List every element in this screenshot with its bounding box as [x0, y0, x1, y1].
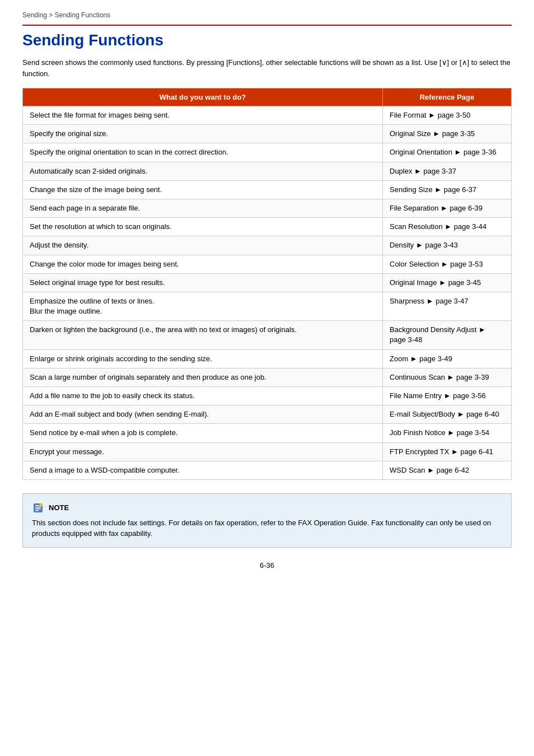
table-row: Send each page in a separate file.File S… — [23, 199, 512, 217]
svg-rect-4 — [35, 510, 39, 511]
reference-cell: FTP Encrypted TX ► page 6-41 — [383, 442, 512, 461]
table-row: Scan a large number of originals separat… — [23, 368, 512, 386]
table-row: Encrypt your message.FTP Encrypted TX ► … — [23, 442, 512, 461]
task-cell: Send notice by e-mail when a job is comp… — [23, 424, 383, 442]
reference-cell: Original Orientation ► page 3-36 — [383, 143, 512, 162]
reference-cell: Sending Size ► page 6-37 — [383, 180, 512, 199]
svg-rect-1 — [35, 505, 39, 506]
task-cell: Emphasize the outline of texts or lines.… — [23, 292, 383, 320]
page-title: Sending Functions — [22, 31, 512, 49]
reference-cell: File Format ► page 3-50 — [383, 106, 512, 125]
page-number: 6-36 — [22, 561, 512, 570]
task-cell: Automatically scan 2-sided originals. — [23, 162, 383, 180]
task-cell: Set the resolution at which to scan orig… — [23, 218, 383, 236]
table-row: Emphasize the outline of texts or lines.… — [23, 292, 512, 320]
note-icon: i — [32, 502, 44, 514]
note-box: i NOTE This section does not include fax… — [22, 493, 512, 548]
task-cell: Adjust the density. — [23, 236, 383, 255]
table-row: Select original image type for best resu… — [23, 273, 512, 292]
table-row: Change the size of the image being sent.… — [23, 180, 512, 199]
table-row: Select the file format for images being … — [23, 106, 512, 125]
intro-paragraph: Send screen shows the commonly used func… — [22, 57, 512, 79]
reference-cell: Sharpness ► page 3-47 — [383, 292, 512, 320]
task-cell: Send a image to a WSD-compatible compute… — [23, 461, 383, 479]
note-label: NOTE — [49, 503, 69, 512]
task-cell: Add an E-mail subject and body (when sen… — [23, 405, 383, 424]
reference-cell: Job Finish Notice ► page 3-54 — [383, 424, 512, 442]
table-row: Send notice by e-mail when a job is comp… — [23, 424, 512, 442]
reference-cell: Zoom ► page 3-49 — [383, 349, 512, 368]
functions-table: What do you want to do? Reference Page S… — [22, 88, 512, 480]
reference-cell: WSD Scan ► page 6-42 — [383, 461, 512, 479]
task-cell: Darken or lighten the background (i.e., … — [23, 321, 383, 349]
task-cell: Select original image type for best resu… — [23, 273, 383, 292]
note-body: This section does not include fax settin… — [32, 517, 502, 539]
table-row: Send a image to a WSD-compatible compute… — [23, 461, 512, 479]
note-header: i NOTE — [32, 502, 502, 514]
table-row: Change the color mode for images being s… — [23, 255, 512, 273]
reference-cell: File Separation ► page 6-39 — [383, 199, 512, 217]
table-row: Add a file name to the job to easily che… — [23, 387, 512, 405]
svg-rect-2 — [35, 507, 41, 508]
table-row: Specify the original orientation to scan… — [23, 143, 512, 162]
table-row: Darken or lighten the background (i.e., … — [23, 321, 512, 349]
reference-cell: Continuous Scan ► page 3-39 — [383, 368, 512, 386]
reference-cell: Duplex ► page 3-37 — [383, 162, 512, 180]
reference-cell: Original Image ► page 3-45 — [383, 273, 512, 292]
reference-cell: File Name Entry ► page 3-56 — [383, 387, 512, 405]
reference-cell: Scan Resolution ► page 3-44 — [383, 218, 512, 236]
col1-header: What do you want to do? — [23, 88, 383, 106]
task-cell: Specify the original size. — [23, 125, 383, 143]
task-cell: Scan a large number of originals separat… — [23, 368, 383, 386]
reference-cell: Original Size ► page 3-35 — [383, 125, 512, 143]
reference-cell: Density ► page 3-43 — [383, 236, 512, 255]
task-cell: Send each page in a separate file. — [23, 199, 383, 217]
task-cell: Change the color mode for images being s… — [23, 255, 383, 273]
table-row: Automatically scan 2-sided originals.Dup… — [23, 162, 512, 180]
task-cell: Encrypt your message. — [23, 442, 383, 461]
reference-cell: E-mail Subject/Body ► page 6-40 — [383, 405, 512, 424]
table-row: Specify the original size.Original Size … — [23, 125, 512, 143]
table-row: Set the resolution at which to scan orig… — [23, 218, 512, 236]
reference-cell: Background Density Adjust ► page 3-48 — [383, 321, 512, 349]
breadcrumb: Sending > Sending Functions — [22, 11, 512, 19]
svg-rect-3 — [35, 508, 41, 510]
task-cell: Change the size of the image being sent. — [23, 180, 383, 199]
task-cell: Specify the original orientation to scan… — [23, 143, 383, 162]
table-row: Adjust the density.Density ► page 3-43 — [23, 236, 512, 255]
col2-header: Reference Page — [383, 88, 512, 106]
table-row: Add an E-mail subject and body (when sen… — [23, 405, 512, 424]
task-cell: Enlarge or shrink originals according to… — [23, 349, 383, 368]
task-cell: Select the file format for images being … — [23, 106, 383, 125]
top-rule — [22, 25, 512, 26]
reference-cell: Color Selection ► page 3-53 — [383, 255, 512, 273]
task-cell: Add a file name to the job to easily che… — [23, 387, 383, 405]
table-row: Enlarge or shrink originals according to… — [23, 349, 512, 368]
